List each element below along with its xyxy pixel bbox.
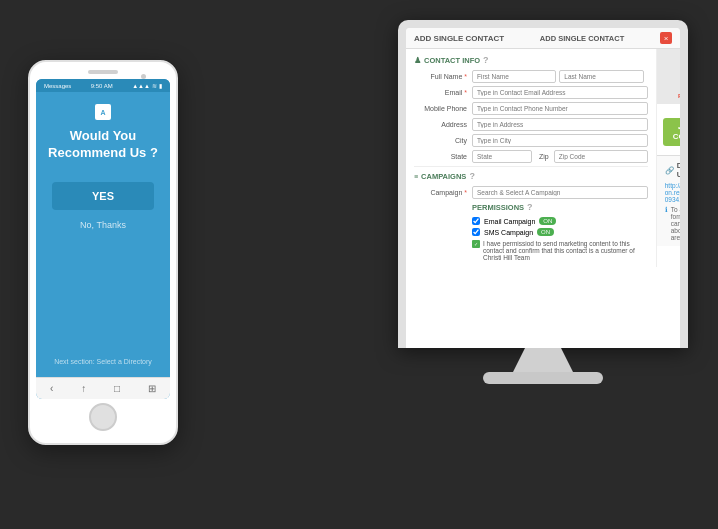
screen-sidebar: ⤢ REP TRAINING ✓ SAVE CONTACT 🔗 <box>656 49 680 267</box>
modal-header: ADD SINGLE CONTACT ADD SINGLE CONTACT × <box>406 28 680 49</box>
email-campaign-toggle[interactable]: ON <box>539 217 556 225</box>
permission-checkbox[interactable]: ✓ <box>472 240 480 248</box>
email-input[interactable] <box>472 86 648 99</box>
modal-close-button[interactable]: × <box>660 32 672 44</box>
state-input[interactable] <box>472 150 532 163</box>
email-campaign-row: Email Campaign ON <box>472 217 648 225</box>
battery-icon: ▮ <box>159 82 162 89</box>
full-name-label: Full Name <box>414 73 472 80</box>
city-label: City <box>414 137 472 144</box>
phone-device: Messages 9:50 AM ▲▲▲ ≋ ▮ A Would You Rec… <box>28 60 178 445</box>
next-section-label: Next section: Select a Directory <box>54 358 152 365</box>
campaign-label: Campaign <box>414 189 472 196</box>
first-name-input[interactable] <box>472 70 556 83</box>
state-zip-row: State Zip <box>414 150 648 163</box>
no-thanks-link[interactable]: No, Thanks <box>80 220 126 230</box>
monitor-base <box>483 372 603 384</box>
phone-camera <box>141 74 146 79</box>
modal-title: ADD SINGLE CONTACT <box>414 34 504 43</box>
monitor-neck <box>513 348 573 372</box>
email-campaign-checkbox[interactable] <box>472 217 480 225</box>
state-zip-group: Zip <box>472 150 648 163</box>
phone-speaker <box>88 70 118 74</box>
phone-carrier: Messages <box>44 83 71 89</box>
link-icon: 🔗 <box>665 166 674 175</box>
address-input[interactable] <box>472 118 648 131</box>
direct-url-section: 🔗 DIRECT URL http://agentreputation.reps… <box>657 155 680 246</box>
screen-main: ♟ CONTACT INFO ? Full Name <box>406 49 656 267</box>
wifi-icon: ≋ <box>152 82 157 89</box>
info-icon: ℹ <box>665 206 668 214</box>
phone-status-icons: ▲▲▲ ≋ ▮ <box>132 82 162 89</box>
last-name-input[interactable] <box>559 70 643 83</box>
signal-icon: ▲▲▲ <box>132 83 150 89</box>
full-name-row: Full Name <box>414 70 648 83</box>
direct-url-title: 🔗 DIRECT URL <box>665 161 680 179</box>
modal-title-text: ADD SINGLE CONTACT <box>540 34 624 43</box>
rep-label: REP <box>678 93 680 99</box>
monitor-screen: ADD SINGLE CONTACT ADD SINGLE CONTACT × … <box>406 28 680 348</box>
state-label: State <box>414 153 472 160</box>
phone-content: A Would You Recommend Us ? YES No, Thank… <box>36 92 170 377</box>
city-input[interactable] <box>472 134 648 147</box>
mobile-phone-label: Mobile Phone <box>414 105 472 112</box>
contact-info-section-title: ♟ CONTACT INFO ? <box>414 55 648 65</box>
screen-layout: ♟ CONTACT INFO ? Full Name <box>406 49 680 267</box>
sms-campaign-toggle[interactable]: ON <box>537 228 554 236</box>
campaign-select-row: Campaign <box>414 186 648 199</box>
monitor-screen-border: ADD SINGLE CONTACT ADD SINGLE CONTACT × … <box>398 20 688 348</box>
address-row: Address <box>414 118 648 131</box>
help-icon[interactable]: ? <box>483 55 489 65</box>
video-thumbnail[interactable]: ⤢ REP TRAINING <box>657 49 680 104</box>
direct-url-link[interactable]: http://agentreputation.repsite.com/91093… <box>665 182 680 203</box>
phone-screen: Messages 9:50 AM ▲▲▲ ≋ ▮ A Would You Rec… <box>36 79 170 399</box>
monitor: ADD SINGLE CONTACT ADD SINGLE CONTACT × … <box>398 20 688 384</box>
permission-text: I have permissiod to send marketing cont… <box>483 240 648 261</box>
direct-url-info: ℹ To access this form directly you can u… <box>665 206 680 241</box>
video-label: REP TRAINING <box>678 92 680 99</box>
campaigns-section-title: ≡ CAMPAIGNS ? <box>414 171 648 181</box>
sms-campaign-checkbox[interactable] <box>472 228 480 236</box>
yes-button[interactable]: YES <box>52 182 154 210</box>
campaigns-section: ≡ CAMPAIGNS ? Campaign <box>414 166 648 261</box>
city-row: City <box>414 134 648 147</box>
phone-question: Would You Recommend Us ? <box>48 128 158 162</box>
phone-home-button[interactable] <box>89 403 117 431</box>
phone-status-bar: Messages 9:50 AM ▲▲▲ ≋ ▮ <box>36 79 170 92</box>
email-label: Email <box>414 89 472 96</box>
permissions-section-title: PERMISSIONS ? <box>472 202 648 212</box>
save-section: ✓ SAVE CONTACT <box>657 109 680 155</box>
sms-campaign-row: SMS Campaign ON <box>472 228 648 236</box>
campaign-icon: ≡ <box>414 173 418 180</box>
back-icon[interactable]: ‹ <box>50 383 53 394</box>
phone-logo-area: A <box>95 104 111 120</box>
phone-logo-text: A <box>100 109 105 116</box>
share-icon[interactable]: ↑ <box>81 383 86 394</box>
phone-time: 9:50 AM <box>91 83 113 89</box>
mobile-phone-row: Mobile Phone <box>414 102 648 115</box>
permission-checkbox-row: ✓ I have permissiod to send marketing co… <box>472 240 648 261</box>
person-icon: ♟ <box>414 56 421 65</box>
tabs-icon[interactable]: □ <box>114 383 120 394</box>
permissions-help-icon[interactable]: ? <box>527 202 533 212</box>
zip-label: Zip <box>535 153 551 160</box>
campaign-search-input[interactable] <box>472 186 648 199</box>
modal-body: ♟ CONTACT INFO ? Full Name <box>406 49 656 267</box>
mobile-phone-input[interactable] <box>472 102 648 115</box>
email-row: Email <box>414 86 648 99</box>
address-label: Address <box>414 121 472 128</box>
menu-icon[interactable]: ⊞ <box>148 383 156 394</box>
campaigns-help-icon[interactable]: ? <box>469 171 475 181</box>
info-text: To access this form directly you can use… <box>671 206 680 241</box>
save-contact-button[interactable]: ✓ SAVE CONTACT <box>663 118 680 146</box>
phone-bottom-bar: ‹ ↑ □ ⊞ <box>36 377 170 399</box>
phone-logo-box: A <box>95 104 111 120</box>
sms-campaign-label: SMS Campaign <box>484 229 533 236</box>
name-inputs <box>472 70 648 83</box>
zip-input[interactable] <box>554 150 648 163</box>
email-campaign-label: Email Campaign <box>484 218 535 225</box>
